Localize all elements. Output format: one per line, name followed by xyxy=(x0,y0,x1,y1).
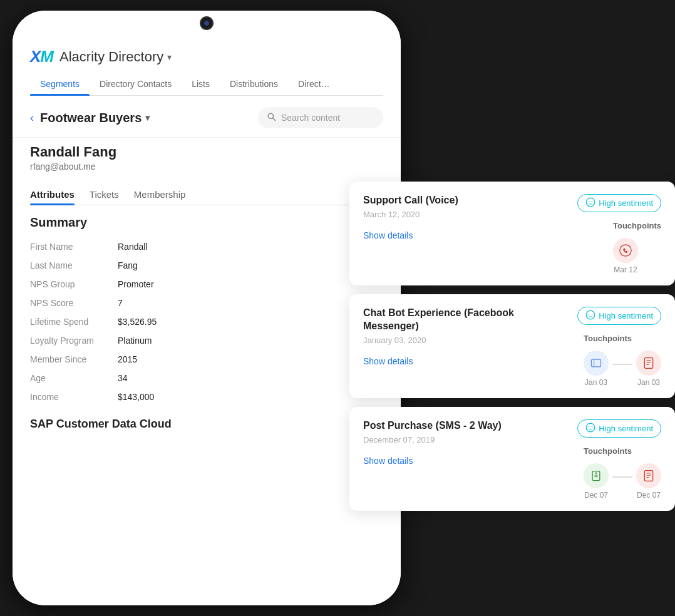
chevron-down-icon: ▾ xyxy=(167,52,172,62)
directory-title[interactable]: Alacrity Directory ▾ xyxy=(59,49,172,65)
tp-icon-2b xyxy=(636,351,661,376)
journey-card-support-call: Support Call (Voice) March 12, 2020 Show… xyxy=(349,182,675,285)
svg-point-16 xyxy=(589,426,590,428)
nav-tabs: Segments Directory Contacts Lists Distri… xyxy=(30,73,383,96)
touchpoints-row-1: Mar 12 xyxy=(613,238,661,274)
attr-label-lastname: Last Name xyxy=(30,260,118,270)
attr-value-since: 2015 xyxy=(118,354,137,364)
attr-value-lifetime: $3,526.95 xyxy=(118,317,157,327)
svg-point-7 xyxy=(589,314,590,315)
attr-value-npsgroup: Promoter xyxy=(118,279,154,289)
contact-email: rfang@about.me xyxy=(30,162,383,172)
tp-date-group-3b: Dec 07 xyxy=(636,463,661,500)
svg-point-8 xyxy=(592,314,593,315)
sentiment-label-3: High sentiment xyxy=(599,424,653,433)
svg-point-3 xyxy=(589,201,590,202)
attr-value-lastname: Fang xyxy=(118,260,138,270)
touchpoints-section-3: Touchpoints Dec 07 xyxy=(584,446,661,500)
card-date-2: January 03, 2020 xyxy=(363,336,520,345)
tp-date-label-3a: Dec 07 xyxy=(584,491,608,500)
tp-date-group-2a: Jan 03 xyxy=(584,351,609,387)
tab-segments[interactable]: Segments xyxy=(30,73,90,95)
tp-icon-2a xyxy=(584,351,609,376)
search-placeholder: Search content xyxy=(281,113,340,123)
attr-label-age: Age xyxy=(30,373,118,383)
tab-directory-contacts[interactable]: Directory Contacts xyxy=(90,73,182,95)
touchpoints-label-1: Touchpoints xyxy=(613,221,661,230)
attr-label-npsgroup: NPS Group xyxy=(30,279,118,289)
tp-connector-3 xyxy=(612,476,632,478)
show-details-btn-2[interactable]: Show details xyxy=(363,356,413,366)
tp-icon-3a xyxy=(584,463,609,488)
phone-inner: XM Alacrity Directory ▾ Segments Directo… xyxy=(13,11,401,605)
card-left-2: Chat Bot Experience (Facebook Messenger)… xyxy=(363,307,520,387)
show-details-btn-1[interactable]: Show details xyxy=(363,230,413,240)
right-col-2: High sentiment Touchpoints Jan 03 xyxy=(530,307,661,387)
xm-logo-m: M xyxy=(40,47,53,66)
sub-tab-tickets[interactable]: Tickets xyxy=(90,184,119,205)
show-details-btn-3[interactable]: Show details xyxy=(363,456,413,466)
svg-point-17 xyxy=(592,426,593,428)
right-col-1: High sentiment Touchpoints Mar 12 xyxy=(530,194,661,274)
attr-row-since: Member Since 2015 xyxy=(30,350,383,369)
svg-rect-11 xyxy=(644,358,652,369)
contact-name: Randall Fang xyxy=(30,144,383,160)
touchpoints-section-1: Touchpoints Mar 12 xyxy=(613,221,661,274)
tp-icon-3b xyxy=(636,463,661,488)
tab-lists[interactable]: Lists xyxy=(182,73,220,95)
tp-date-group-3a: Dec 07 xyxy=(584,463,609,500)
svg-point-6 xyxy=(586,311,595,319)
tp-date-group-2b: Jan 03 xyxy=(636,351,661,387)
summary-title: Summary xyxy=(30,215,383,230)
tp-date-label-1a: Mar 12 xyxy=(614,265,637,274)
back-button[interactable]: ‹ xyxy=(30,111,34,125)
tab-direct[interactable]: Direct… xyxy=(288,73,340,95)
card-date-1: March 12, 2020 xyxy=(363,210,520,219)
card-date-3: December 07, 2019 xyxy=(363,435,520,444)
attr-value-income: $143,000 xyxy=(118,392,154,402)
sub-tabs: Attributes Tickets Membership xyxy=(30,184,383,205)
sub-tab-attributes[interactable]: Attributes xyxy=(30,184,75,205)
card-left-1: Support Call (Voice) March 12, 2020 Show… xyxy=(363,194,520,274)
journey-panel: Support Call (Voice) March 12, 2020 Show… xyxy=(349,182,675,511)
journey-card-post-purchase: Post Purchase (SMS - 2 Way) December 07,… xyxy=(349,407,675,511)
segment-name[interactable]: Footwear Buyers ▾ xyxy=(40,111,150,125)
tp-icon-1a xyxy=(613,238,638,263)
attr-row-lifetime: Lifetime Spend $3,526.95 xyxy=(30,312,383,331)
attr-label-lifetime: Lifetime Spend xyxy=(30,317,118,327)
touchpoints-label-2: Touchpoints xyxy=(584,334,661,343)
card-title-1: Support Call (Voice) xyxy=(363,194,520,207)
contact-header: Randall Fang rfang@about.me xyxy=(30,138,383,177)
xm-logo: XM xyxy=(30,47,53,66)
attr-row-npsgroup: NPS Group Promoter xyxy=(30,275,383,294)
search-box[interactable]: Search content xyxy=(258,107,383,128)
sentiment-smile-icon-2 xyxy=(585,310,595,322)
attr-row-npsscore: NPS Score 7 xyxy=(30,294,383,312)
search-icon xyxy=(267,112,276,123)
attr-row-lastname: Last Name Fang xyxy=(30,256,383,275)
attr-label-since: Member Since xyxy=(30,354,118,364)
attr-label-firstname: First Name xyxy=(30,242,118,252)
sentiment-smile-icon-1 xyxy=(585,197,595,209)
breadcrumb-row: ‹ Footwear Buyers ▾ Search content xyxy=(30,96,383,137)
touchpoints-row-2: Jan 03 Jan 03 xyxy=(584,351,661,387)
card-title-3: Post Purchase (SMS - 2 Way) xyxy=(363,419,520,433)
tab-distributions[interactable]: Distributions xyxy=(220,73,288,95)
sentiment-label-1: High sentiment xyxy=(599,198,653,208)
right-col-3: High sentiment Touchpoints xyxy=(530,419,661,500)
phone-content: XM Alacrity Directory ▾ Segments Directo… xyxy=(13,36,401,605)
sub-tab-membership[interactable]: Membership xyxy=(134,184,186,205)
attr-row-firstname: First Name Randall xyxy=(30,237,383,256)
tp-date-label-2b: Jan 03 xyxy=(637,378,660,387)
tp-date-label-2a: Jan 03 xyxy=(585,378,607,387)
sentiment-badge-2: High sentiment xyxy=(577,307,661,325)
svg-point-4 xyxy=(592,201,593,202)
sentiment-smile-icon-3 xyxy=(585,423,595,434)
svg-point-2 xyxy=(586,198,595,207)
directory-name: Alacrity Directory xyxy=(59,49,163,65)
attr-label-income: Income xyxy=(30,392,118,402)
card-left-3: Post Purchase (SMS - 2 Way) December 07,… xyxy=(363,419,520,500)
tp-date-label-3b: Dec 07 xyxy=(637,491,661,500)
svg-rect-22 xyxy=(644,471,652,481)
sentiment-badge-1: High sentiment xyxy=(577,194,661,212)
